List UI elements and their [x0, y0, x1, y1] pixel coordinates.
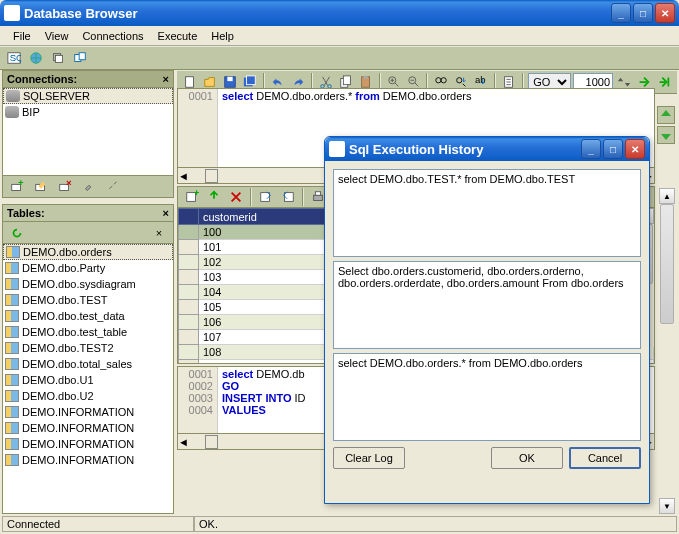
table-item[interactable]: DEMO.INFORMATION: [3, 404, 173, 420]
status-bar: Connected OK.: [2, 516, 677, 532]
remove-connection-icon[interactable]: ×: [55, 177, 75, 197]
table-icon: [5, 262, 19, 274]
table-icon: [5, 390, 19, 402]
table-item[interactable]: DEMO.dbo.orders: [3, 244, 173, 260]
line-number: 0001: [182, 368, 213, 380]
connections-tree[interactable]: SQLSERVER BIP: [2, 88, 174, 176]
dialog-maximize-button[interactable]: □: [603, 139, 623, 159]
scroll-left-icon[interactable]: ◄: [178, 436, 189, 448]
sql-history-dialog: Sql Execution History _ □ ✕ select DEMO.…: [324, 136, 650, 504]
dialog-title: Sql Execution History: [349, 142, 579, 157]
connections-close-icon[interactable]: ×: [163, 73, 169, 85]
table-item[interactable]: DEMO.INFORMATION: [3, 420, 173, 436]
windows-icon[interactable]: [48, 48, 68, 68]
svg-rect-22: [363, 76, 367, 79]
right-pane-scrollbar[interactable]: ▲▼: [659, 188, 677, 514]
menu-view[interactable]: View: [38, 28, 76, 44]
sql-icon[interactable]: SQL: [4, 48, 24, 68]
tables-close-icon[interactable]: ×: [163, 207, 169, 219]
table-item[interactable]: DEMO.dbo.TEST: [3, 292, 173, 308]
copy-window-icon[interactable]: [70, 48, 90, 68]
svg-rect-6: [79, 53, 85, 60]
app-icon: [4, 5, 20, 21]
table-item[interactable]: DEMO.dbo.total_sales: [3, 356, 173, 372]
svg-point-26: [441, 78, 446, 83]
ok-button[interactable]: OK: [491, 447, 563, 469]
window-title: Database Browser: [24, 6, 609, 21]
svg-point-25: [436, 78, 441, 83]
table-label: DEMO.dbo.Party: [22, 262, 105, 274]
table-item[interactable]: DEMO.dbo.Party: [3, 260, 173, 276]
history-entry[interactable]: select DEMO.dbo.orders.* from DEMO.dbo.o…: [333, 353, 641, 441]
connections-title: Connections:: [7, 73, 77, 85]
table-icon: [5, 454, 19, 466]
svg-text:×: ×: [66, 180, 72, 188]
table-item[interactable]: DEMO.INFORMATION: [3, 436, 173, 452]
history-entry[interactable]: select DEMO.dbo.TEST.* from DEMO.dbo.TES…: [333, 169, 641, 257]
cancel-button[interactable]: Cancel: [569, 447, 641, 469]
database-icon: [6, 90, 20, 102]
table-label: DEMO.dbo.test_data: [22, 310, 125, 322]
nav-up-green-icon[interactable]: [657, 106, 675, 124]
table-item[interactable]: DEMO.dbo.U1: [3, 372, 173, 388]
minimize-button[interactable]: _: [611, 3, 631, 23]
svg-rect-20: [343, 76, 350, 85]
svg-rect-35: [314, 195, 323, 200]
table-item[interactable]: DEMO.dbo.TEST2: [3, 340, 173, 356]
table-icon: [5, 438, 19, 450]
connection-item[interactable]: SQLSERVER: [3, 88, 173, 104]
svg-point-27: [457, 78, 462, 83]
dialog-minimize-button[interactable]: _: [581, 139, 601, 159]
tables-list[interactable]: DEMO.dbo.ordersDEMO.dbo.PartyDEMO.dbo.sy…: [2, 244, 174, 514]
edit-connection-icon[interactable]: [31, 177, 51, 197]
close-button[interactable]: ✕: [655, 3, 675, 23]
svg-rect-12: [186, 77, 194, 88]
menu-file[interactable]: File: [6, 28, 38, 44]
table-label: DEMO.INFORMATION: [22, 454, 134, 466]
table-item[interactable]: DEMO.dbo.sysdiagram: [3, 276, 173, 292]
globe-icon[interactable]: [26, 48, 46, 68]
table-icon: [5, 326, 19, 338]
table-label: DEMO.dbo.test_table: [22, 326, 127, 338]
table-icon: [5, 310, 19, 322]
grid-header[interactable]: customerid: [199, 209, 345, 225]
toolbar-primary: SQL: [0, 46, 679, 70]
scroll-left-icon[interactable]: ◄: [178, 170, 189, 182]
connection-item[interactable]: BIP: [3, 104, 173, 120]
tables-panel-close-icon[interactable]: ×: [149, 223, 169, 243]
svg-rect-30: [667, 78, 669, 87]
grid-insert-icon[interactable]: [204, 187, 224, 207]
history-entry[interactable]: Select dbo.orders.customerid, dbo.orders…: [333, 261, 641, 349]
table-icon: [5, 294, 19, 306]
status-message: OK.: [194, 516, 677, 532]
status-connection: Connected: [2, 516, 194, 532]
table-label: DEMO.dbo.TEST2: [22, 342, 114, 354]
menu-connections[interactable]: Connections: [75, 28, 150, 44]
unplug-icon[interactable]: [103, 177, 123, 197]
clear-log-button[interactable]: Clear Log: [333, 447, 405, 469]
maximize-button[interactable]: □: [633, 3, 653, 23]
connection-label: BIP: [22, 106, 40, 118]
connection-label: SQLSERVER: [23, 90, 90, 102]
table-label: DEMO.INFORMATION: [22, 438, 134, 450]
svg-rect-4: [55, 55, 62, 62]
svg-text:+: +: [18, 180, 24, 188]
grid-delete-icon[interactable]: [226, 187, 246, 207]
grid-import-icon[interactable]: [278, 187, 298, 207]
sql-bottom-tab[interactable]: [205, 435, 218, 449]
dialog-close-button[interactable]: ✕: [625, 139, 645, 159]
table-item[interactable]: DEMO.INFORMATION: [3, 452, 173, 468]
table-item[interactable]: DEMO.dbo.test_table: [3, 324, 173, 340]
sql-tab[interactable]: [205, 169, 218, 183]
table-item[interactable]: DEMO.dbo.U2: [3, 388, 173, 404]
grid-export-icon[interactable]: [256, 187, 276, 207]
menu-help[interactable]: Help: [204, 28, 241, 44]
nav-down-green-icon[interactable]: [657, 126, 675, 144]
plug-icon[interactable]: [79, 177, 99, 197]
table-item[interactable]: DEMO.dbo.test_data: [3, 308, 173, 324]
add-connection-icon[interactable]: +: [7, 177, 27, 197]
menu-execute[interactable]: Execute: [151, 28, 205, 44]
grid-add-icon[interactable]: +: [182, 187, 202, 207]
run-step-icon[interactable]: [655, 72, 673, 92]
tables-refresh-icon[interactable]: [7, 223, 27, 243]
